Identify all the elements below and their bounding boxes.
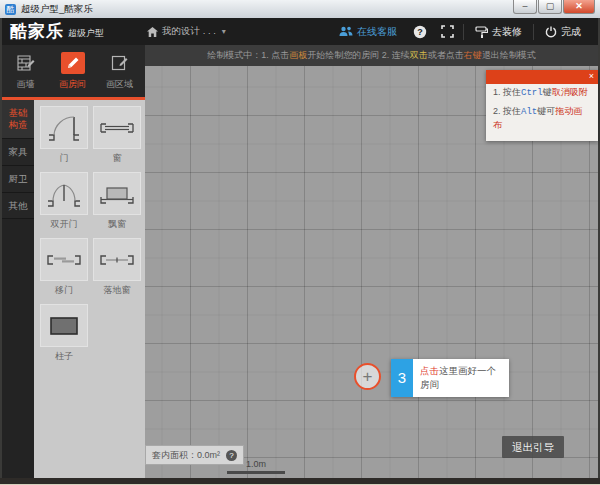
component-grid: 门 窗: [34, 100, 145, 478]
tip-text: 2. 按住: [493, 106, 521, 116]
scale-label: 1.0m: [227, 459, 285, 469]
hint-text: 开始绘制您的房间 2. 连续: [307, 49, 410, 62]
minimize-button[interactable]: –: [513, 0, 537, 14]
hint-text: 退出绘制模式: [482, 49, 536, 62]
my-design-menu[interactable]: 我的设计 . . . ▾: [147, 25, 226, 38]
floor-window-icon: [93, 238, 141, 281]
svg-text:?: ?: [417, 27, 423, 37]
chevron-down-icon: ▾: [222, 27, 226, 36]
window-bottom-frame: [0, 478, 600, 485]
hint-text: 绘制模式中：1. 点击: [207, 49, 289, 62]
draw-start-target[interactable]: +: [354, 363, 381, 390]
people-icon: [339, 26, 353, 37]
draw-area-icon: [108, 52, 132, 74]
toolbar-right: 在线客服 ?: [330, 18, 590, 45]
component-sliding-door[interactable]: 移门: [40, 238, 88, 297]
tab-draw-wall-label: 画墙: [17, 78, 35, 91]
category-basic-structure[interactable]: 基础构造: [2, 100, 34, 139]
component-window-label: 窗: [93, 149, 141, 165]
component-door-label: 门: [40, 149, 88, 165]
tip-text: 键可: [537, 106, 555, 116]
tool-tabs: 画墙 画房间: [2, 45, 145, 97]
guide-step-tooltip: 3 点击这里画好一个房间: [391, 359, 509, 397]
guide-step-number: 3: [391, 359, 413, 397]
tip-action-red: 取消吸附: [552, 87, 588, 97]
shortcut-tip-header: ×: [486, 70, 598, 84]
component-door[interactable]: 门: [40, 106, 88, 165]
tip-text: 键: [543, 87, 552, 97]
help-button[interactable]: ?: [406, 25, 434, 39]
hint-keyword-doubleclick: 双击: [410, 49, 428, 62]
tip-key-alt: Alt: [521, 107, 537, 117]
window-title: 超级户型_酷家乐: [21, 3, 93, 16]
component-window[interactable]: 窗: [93, 106, 141, 165]
help-icon: ?: [413, 25, 427, 39]
toolbar-separator: [463, 24, 464, 40]
hint-keyword-board: 画板: [289, 49, 307, 62]
main-area: 画墙 画房间: [2, 45, 598, 478]
hint-text: 或者点击: [428, 49, 464, 62]
tip-key-ctrl: Ctrl: [521, 88, 543, 98]
my-design-label: 我的设计 . . .: [162, 25, 216, 38]
maximize-button[interactable]: ▢: [538, 0, 562, 14]
app-content: 酷家乐 超级户型 我的设计 . . . ▾ 在线客服: [2, 18, 598, 478]
shortcut-tip-line1: 1. 按住Ctrl键取消吸附: [486, 84, 598, 103]
brand-logo: 酷家乐: [10, 20, 64, 43]
tab-draw-wall[interactable]: 画墙: [2, 45, 49, 97]
category-furniture[interactable]: 家具: [2, 139, 34, 166]
bay-window-icon: [93, 172, 141, 215]
component-pillar-label: 柱子: [40, 347, 88, 363]
go-decorate-button[interactable]: 去装修: [466, 25, 531, 39]
close-icon[interactable]: ×: [589, 71, 594, 81]
category-list: 基础构造 家具 厨卫 其他: [2, 100, 34, 478]
fullscreen-button[interactable]: [434, 25, 461, 38]
fullscreen-icon: [441, 25, 454, 38]
hint-keyword-rightclick: 右键: [464, 49, 482, 62]
online-service-button[interactable]: 在线客服: [330, 25, 406, 39]
window-controls: – ▢ ✕: [512, 0, 595, 14]
scale-bar: [227, 471, 285, 474]
component-bay-window[interactable]: 飘窗: [93, 172, 141, 231]
main-toolbar: 酷家乐 超级户型 我的设计 . . . ▾ 在线客服: [2, 18, 598, 45]
tab-draw-area-label: 画区域: [106, 78, 133, 91]
component-floor-window-label: 落地窗: [93, 281, 141, 297]
exit-guide-button[interactable]: 退出引导: [502, 436, 564, 458]
panel-body: 基础构造 家具 厨卫 其他: [2, 100, 145, 478]
brand-subtitle: 超级户型: [68, 27, 104, 40]
tab-draw-room-label: 画房间: [59, 78, 86, 91]
canvas-area: 绘制模式中：1. 点击画板开始绘制您的房间 2. 连续双击或者点击右键退出绘制模…: [145, 45, 598, 478]
category-kitchen-bath[interactable]: 厨卫: [2, 166, 34, 193]
drawing-mode-hint: 绘制模式中：1. 点击画板开始绘制您的房间 2. 连续双击或者点击右键退出绘制模…: [145, 45, 598, 66]
inner-area-value: 套内面积：0.0m²: [152, 449, 220, 462]
app-window: 酷 超级户型_酷家乐 – ▢ ✕ 酷家乐 超级户型 我的设计 . . . ▾: [0, 0, 600, 485]
finish-button[interactable]: 完成: [536, 25, 590, 39]
component-floor-window[interactable]: 落地窗: [93, 238, 141, 297]
app-icon: 酷: [5, 4, 16, 15]
toolbar-separator: [533, 24, 534, 40]
component-double-door-label: 双开门: [40, 215, 88, 231]
online-service-label: 在线客服: [357, 25, 397, 39]
power-icon: [545, 26, 557, 38]
home-icon: [147, 27, 158, 37]
left-panel: 画墙 画房间: [2, 45, 145, 478]
guide-step-text: 点击这里画好一个房间: [413, 359, 509, 397]
draw-room-icon: [61, 52, 85, 74]
component-sliding-door-label: 移门: [40, 281, 88, 297]
shortcut-tip-line2: 2. 按住Alt键可拖动画布: [486, 103, 598, 141]
tab-draw-room[interactable]: 画房间: [49, 45, 96, 97]
component-pillar[interactable]: 柱子: [40, 304, 88, 363]
draw-wall-icon: [14, 52, 38, 74]
window-titlebar: 酷 超级户型_酷家乐 – ▢ ✕: [0, 0, 600, 18]
close-button[interactable]: ✕: [563, 0, 595, 14]
double-door-icon: [40, 172, 88, 215]
tip-text: 1. 按住: [493, 87, 521, 97]
go-decorate-label: 去装修: [492, 25, 522, 39]
shortcut-tip-box: × 1. 按住Ctrl键取消吸附 2. 按住Alt键可拖动画布: [486, 70, 598, 141]
pillar-icon: [40, 304, 88, 347]
component-bay-window-label: 飘窗: [93, 215, 141, 231]
window-icon: [93, 106, 141, 149]
category-other[interactable]: 其他: [2, 193, 34, 220]
component-double-door[interactable]: 双开门: [40, 172, 88, 231]
paint-roller-icon: [475, 26, 488, 38]
tab-draw-area[interactable]: 画区域: [96, 45, 143, 97]
